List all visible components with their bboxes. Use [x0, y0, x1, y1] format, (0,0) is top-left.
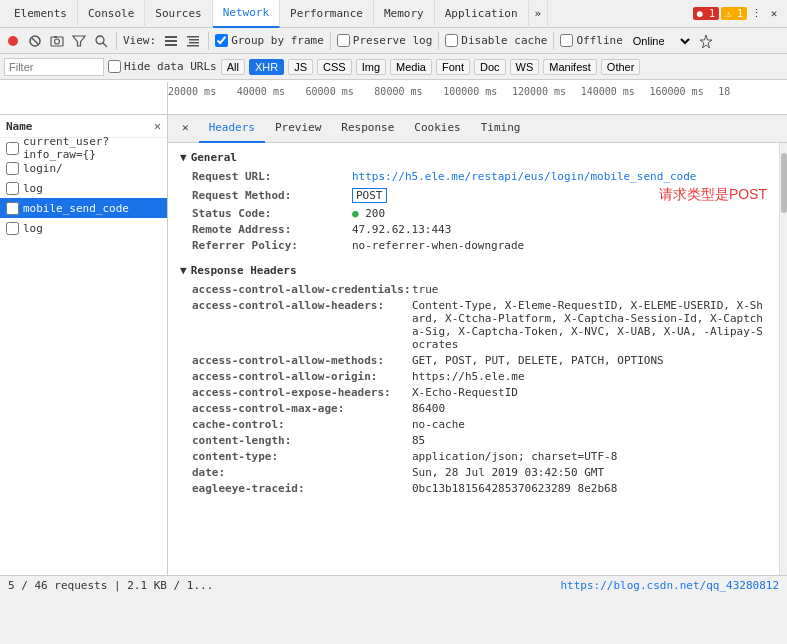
clear-button[interactable] [26, 32, 44, 50]
right-scrollbar[interactable] [779, 143, 787, 575]
tab-console[interactable]: Console [78, 0, 145, 28]
request-method-key: Request Method: [192, 189, 352, 202]
remote-address-key: Remote Address: [192, 223, 352, 236]
filter-media-button[interactable]: Media [390, 59, 432, 75]
date-value: Sun, 28 Jul 2019 03:42:50 GMT [412, 466, 767, 479]
details-tab-preview[interactable]: Preview [265, 115, 331, 143]
scrollbar-thumb[interactable] [781, 153, 787, 213]
timeline-label-7: 140000 ms [581, 86, 650, 97]
offline-checkbox[interactable]: Offline [560, 34, 622, 47]
filter-js-button[interactable]: JS [288, 59, 313, 75]
timeline-label-9: 18 [718, 86, 787, 97]
aceh-key: access-control-expose-headers: [192, 386, 412, 399]
separator4 [438, 32, 439, 50]
list-item-0[interactable]: current_user?info_raw={} [0, 138, 167, 158]
referrer-policy-key: Referrer Policy: [192, 239, 352, 252]
status-code-row: Status Code: ● 200 [180, 207, 767, 220]
acah-row: access-control-allow-headers: Content-Ty… [180, 299, 767, 351]
status-code-value: ● 200 [352, 207, 767, 220]
status-bar: 5 / 46 requests | 2.1 KB / 1... https://… [0, 575, 787, 595]
separator2 [208, 32, 209, 50]
filter-doc-button[interactable]: Doc [474, 59, 506, 75]
acam-row: access-control-allow-methods: GET, POST,… [180, 354, 767, 367]
details-tab-timing[interactable]: Timing [471, 115, 531, 143]
acac-key: access-control-allow-credentials: [192, 283, 412, 296]
details-close-button[interactable]: ✕ [172, 115, 199, 143]
acao-row: access-control-allow-origin: https://h5.… [180, 370, 767, 383]
separator5 [553, 32, 554, 50]
details-content: ▼ General Request URL: https://h5.ele.me… [168, 143, 779, 575]
throttle-select[interactable]: Online Fast 3G Slow 3G Offline [627, 34, 693, 48]
right-panel: ✕ Headers Preview Response Cookies Timin… [168, 115, 787, 575]
svg-rect-11 [165, 44, 177, 46]
search-button[interactable] [92, 32, 110, 50]
tab-sources[interactable]: Sources [145, 0, 212, 28]
details-tabs: ✕ Headers Preview Response Cookies Timin… [168, 115, 787, 143]
request-url-key: Request URL: [192, 170, 352, 183]
cc-key: cache-control: [192, 418, 412, 431]
details-tab-headers[interactable]: Headers [199, 115, 265, 143]
cl-value: 85 [412, 434, 767, 447]
general-section-header[interactable]: ▼ General [180, 151, 767, 164]
list-item-1[interactable]: login/ [0, 158, 167, 178]
hide-data-urls-checkbox[interactable]: Hide data URLs [108, 60, 217, 73]
filter-img-button[interactable]: Img [356, 59, 386, 75]
close-panel-button[interactable]: ✕ [154, 119, 161, 133]
list-item-4[interactable]: log [0, 218, 167, 238]
tab-more[interactable]: » [529, 0, 549, 28]
group-by-frame-checkbox[interactable]: Group by frame [215, 34, 324, 47]
tab-network[interactable]: Network [213, 0, 280, 28]
acah-value: Content-Type, X-Eleme-RequestID, X-ELEME… [412, 299, 767, 351]
throttle-settings-button[interactable] [697, 32, 715, 50]
list-item-2[interactable]: log [0, 178, 167, 198]
cc-value: no-cache [412, 418, 767, 431]
record-button[interactable] [4, 32, 22, 50]
acac-value: true [412, 283, 767, 296]
svg-rect-15 [187, 45, 199, 47]
toolbar-row1: View: Group by frame Preserve log Disabl… [0, 28, 787, 54]
acac-row: access-control-allow-credentials: true [180, 283, 767, 296]
tab-performance[interactable]: Performance [280, 0, 374, 28]
tab-application[interactable]: Application [435, 0, 529, 28]
status-text: 5 / 46 requests | 2.1 KB / 1... [8, 579, 213, 592]
filter-font-button[interactable]: Font [436, 59, 470, 75]
close-devtools-button[interactable]: ✕ [765, 5, 783, 23]
eagleeye-key: eagleeye-traceid: [192, 482, 412, 495]
preserve-log-checkbox[interactable]: Preserve log [337, 34, 432, 47]
list-item-3[interactable]: mobile_send_code [0, 198, 167, 218]
tab-elements[interactable]: Elements [4, 0, 78, 28]
remote-address-value: 47.92.62.13:443 [352, 223, 767, 236]
acma-key: access-control-max-age: [192, 402, 412, 415]
view-tree-button[interactable] [184, 32, 202, 50]
remote-address-row: Remote Address: 47.92.62.13:443 [180, 223, 767, 236]
devtools-menu-button[interactable]: ⋮ [747, 5, 765, 23]
filter-button[interactable] [70, 32, 88, 50]
filter-input[interactable] [4, 58, 104, 76]
svg-line-8 [103, 43, 107, 47]
filter-xhr-button[interactable]: XHR [249, 59, 284, 75]
request-url-value: https://h5.ele.me/restapi/eus/login/mobi… [352, 170, 767, 183]
separator1 [116, 32, 117, 50]
tab-memory[interactable]: Memory [374, 0, 435, 28]
acam-key: access-control-allow-methods: [192, 354, 412, 367]
warn-badge: ⚠ 1 [721, 7, 747, 20]
response-headers-section-header[interactable]: ▼ Response Headers [180, 264, 767, 277]
filter-ws-button[interactable]: WS [510, 59, 540, 75]
details-tab-response[interactable]: Response [331, 115, 404, 143]
general-arrow: ▼ [180, 151, 187, 164]
filter-css-button[interactable]: CSS [317, 59, 352, 75]
filter-all-button[interactable]: All [221, 59, 245, 75]
timeline: 20000 ms 40000 ms 60000 ms 80000 ms 1000… [0, 80, 787, 115]
scrollbar-track[interactable] [780, 143, 787, 575]
details-tab-cookies[interactable]: Cookies [404, 115, 470, 143]
response-headers-arrow: ▼ [180, 264, 187, 277]
timeline-label-5: 100000 ms [443, 86, 512, 97]
timeline-label-6: 120000 ms [512, 86, 581, 97]
view-list-button[interactable] [162, 32, 180, 50]
filter-manifest-button[interactable]: Manifest [543, 59, 597, 75]
camera-button[interactable] [48, 32, 66, 50]
filter-other-button[interactable]: Other [601, 59, 641, 75]
date-row: date: Sun, 28 Jul 2019 03:42:50 GMT [180, 466, 767, 479]
disable-cache-checkbox[interactable]: Disable cache [445, 34, 547, 47]
acao-key: access-control-allow-origin: [192, 370, 412, 383]
